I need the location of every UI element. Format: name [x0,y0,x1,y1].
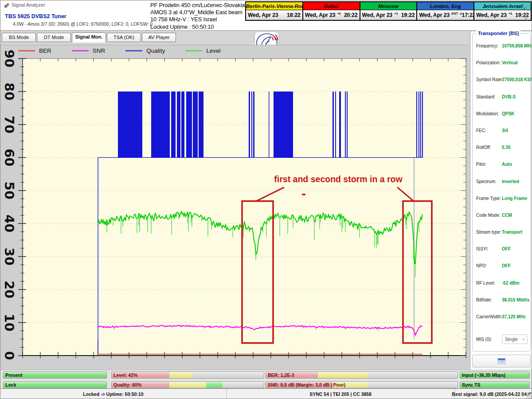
status-uptime: Locked -> Uptime: 50:50:10 [0,389,227,399]
legend-item: Quality [125,47,165,54]
close-icon[interactable]: ✕ [522,6,527,12]
transponder-row-label: Spectrum: [476,179,502,184]
lock-indicator: Lock [3,381,107,388]
transponder-row-label: Stream type: [476,230,502,235]
transponder-row-value: Vertical [502,60,518,65]
transponder-row: Frequency: 10759,858 MHz [476,43,529,48]
transponder-row-value: -52 dBm [502,281,519,286]
clock: Dubai Wed, Apr 23 +2 20:22 [303,2,360,20]
mis-value: Single [505,336,518,342]
transponder-panel: Transponder [BS] Frequency: 10759,858 MH… [470,31,532,370]
legend-label: SNR [93,47,106,54]
transponder-row-label: Polarization: [476,60,502,65]
pencil-icon[interactable]: ✎ [523,15,529,23]
status-strip: Locked -> Uptime: 50:50:10 SYNC 54 | TEI… [0,388,532,399]
transponder-row-label: RollOff: [476,145,502,150]
clock-city-label: Moscow [360,2,417,10]
transponder-row-label: Frequency: [476,43,502,48]
transponder-row-label: CarrierWidth: [476,314,502,319]
transponder-row: FEC: 3/4 [476,128,529,133]
window-title: Signal Analyzer [12,2,45,8]
transponder-row-value: 27500,018 KS/s [502,77,532,82]
snr-label: SNR: 8,5 dB (Margin: 3,0 dB | Poor) [268,382,345,388]
tab[interactable]: AV Player [142,33,176,42]
svg-text:90: 90 [2,50,17,67]
chevron-down-icon: ▾ [523,337,524,341]
clock-city-label: Berlin-Paris-Vienna-Roma [246,2,302,10]
present-label: Present [5,372,23,378]
sync-indicator: Sync TS [460,381,530,388]
mis-dropdown[interactable]: Single ▾ [502,334,528,344]
transponder-row-value: OFF [502,263,511,268]
svg-text:30: 30 [2,247,17,265]
transponder-row-label: FEC: [476,128,502,133]
tab[interactable]: DT Mode [37,33,71,42]
tab[interactable]: BS Mode [2,33,36,42]
transponder-row: ISSYI OFF [476,246,529,251]
svg-text:60: 60 [2,149,17,166]
chart-legend: BER SNR Quality Level [18,47,241,54]
transponder-row-label: Symbol Rate: [476,77,502,82]
tab[interactable]: TSA (OK) [107,33,141,42]
clock-time-row: Wed, Apr 23 DST -1 17:22:05 [417,10,473,20]
transponder-row: Pilot: Auto [476,162,529,167]
svg-text:20: 20 [2,281,17,298]
clock-time-row: Wed, Apr 23 18:22 [246,10,302,20]
transponder-row-value: Auto [502,162,512,167]
clock-city-label: Dubai [303,2,360,10]
legend-label: BER [39,47,51,54]
clock-time-row: Wed, Apr 23 +2 20:22 [303,10,360,20]
sync-label: Sync TS [462,382,480,388]
tuner-name: TBS 5925 DVBS2 Tuner [5,13,66,20]
transponder-row: RollOff: 0.35 [476,145,529,150]
quality-bar: Quality: 60% [111,381,264,388]
clock-date: Wed, Apr 23 [362,12,393,18]
transponder-row-label: BitRate: [476,297,502,302]
status-sync-counters: SYNC 54 | TEI 205 | CC 3858 [227,389,455,399]
present-indicator: Present [3,372,107,379]
info-line: 10 758 MHz-V : YES Israel [150,16,246,23]
svg-text:50: 50 [2,182,17,200]
clock-utc-offset: +1 [509,12,512,16]
snr-bar: SNR: 8,5 dB (Margin: 3,0 dB | Poor) [266,381,458,388]
transponder-row-value: 38,015 Mbit/s [502,297,529,302]
legend-line-swatch [72,50,89,51]
transponder-title: Transponder [BS] [476,31,520,36]
antenna-info-block: PF Prodelin 450 cm/Lučenec-SlovakiaAMOS … [150,2,246,31]
legend-item: Level [185,47,220,54]
legend-line-swatch [185,50,202,51]
main-area: BS ModeDT ModeSignal Mon.TSA (OK)AV Play… [0,31,532,370]
transponder-row-label: Code Mode: [476,213,502,218]
save-button[interactable] [472,355,531,368]
world-clocks: Berlin-Paris-Vienna-Roma Wed, Apr 23 18:… [245,1,532,21]
transponder-row-label: RF Level: [476,281,502,286]
transponder-row: Code Mode: CCM [476,213,529,218]
ber-bar: BER: 1,2E-3 [266,372,458,379]
lock-label: Lock [5,382,16,388]
legend-label: Quality [146,47,165,54]
clock-date: Wed, Apr 23 [305,12,336,18]
legend-item: BER [18,47,51,54]
info-line: Locked Uptime : 50:50:10 [150,23,246,31]
clock: London, Eng Wed, Apr 23 DST -1 17:22:05 [417,2,473,20]
transponder-row: Standard: DVB-S [476,94,529,99]
clock-utc-offset: DST -1 [451,12,462,16]
transponder-row-value: 37,125 MHz [502,314,526,319]
clock: Moscow Wed, Apr 23 +1 19:22 [360,2,417,20]
chart-region: BER SNR Quality Level [0,45,469,370]
tab-bar: BS ModeDT ModeSignal Mon.TSA (OK)AV Play… [2,33,176,43]
resize-grip[interactable] [526,393,532,399]
clock-time: 19:22 [401,12,415,18]
status-bars-region: Present Level: 42% BER: 1,2E-3 Input (~3… [0,370,532,388]
transponder-row-value: Transport [502,230,522,235]
clock-utc-offset: +1 [394,12,398,16]
transponder-row-label: Modulation: [476,111,502,116]
svg-text:80: 80 [2,82,17,100]
transponder-row: Spectrum: Inverted [476,179,529,184]
ber-label: BER: 1,2E-3 [268,372,294,378]
transponder-row: BitRate: 38,015 Mbit/s [476,297,529,302]
clock-time-row: Wed, Apr 23 +1 19:22 [360,10,417,20]
status-best-signal: Best signal: 9,0 dB (2025-04-22 04:08) [455,389,532,399]
legend-line-swatch [18,50,35,51]
tab[interactable]: Signal Mon. [72,32,106,43]
